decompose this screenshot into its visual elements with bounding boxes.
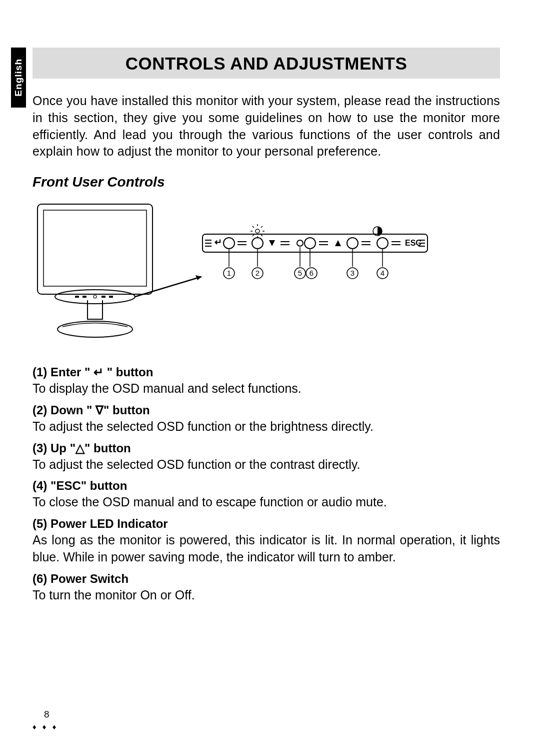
up-triangle-icon xyxy=(335,240,341,246)
svg-point-36 xyxy=(377,238,388,249)
item-3-desc: To adjust the selected OSD function or t… xyxy=(32,456,500,473)
enter-glyph: ↵ xyxy=(214,237,222,247)
intro-paragraph: Once you have installed this monitor wit… xyxy=(32,93,500,160)
item-5-title: (5) Power LED Indicator xyxy=(32,517,500,531)
svg-point-18 xyxy=(256,229,260,233)
item-1-title: (1) Enter " ↵ " button xyxy=(32,365,500,379)
title-bar: CONTROLS AND ADJUSTMENTS xyxy=(32,48,500,79)
svg-rect-6 xyxy=(102,296,106,298)
item-3-title: (3) Up "△" button xyxy=(32,441,500,455)
svg-rect-4 xyxy=(82,296,86,298)
item-6-desc: To turn the monitor On or Off. xyxy=(32,587,500,604)
item-2-desc: To adjust the selected OSD function or t… xyxy=(32,418,500,435)
item-1: (1) Enter " ↵ " button To display the OS… xyxy=(32,365,500,397)
svg-point-27 xyxy=(252,238,263,249)
item-4-title: (4) "ESC" button xyxy=(32,479,500,493)
item-2-title: (2) Down " ∇" button xyxy=(32,403,500,417)
svg-line-26 xyxy=(261,235,262,236)
power-switch-icon xyxy=(304,238,316,249)
monitor-diagram-svg: ↵ xyxy=(32,199,432,344)
subheading: Front User Controls xyxy=(32,174,500,190)
brightness-icon xyxy=(250,224,264,238)
svg-point-32 xyxy=(347,238,358,249)
svg-point-5 xyxy=(94,295,96,298)
item-1-desc: To display the OSD manual and select fun… xyxy=(32,380,500,397)
svg-line-25 xyxy=(252,235,254,236)
front-controls-figure: ↵ xyxy=(32,199,500,346)
item-4: (4) "ESC" button To close the OSD manual… xyxy=(32,479,500,511)
svg-line-23 xyxy=(252,226,254,228)
callout-5: 5 xyxy=(298,269,302,277)
callout-1: 1 xyxy=(227,269,231,277)
power-led-icon xyxy=(297,240,303,246)
item-6-title: (6) Power Switch xyxy=(32,572,500,586)
item-6: (6) Power Switch To turn the monitor On … xyxy=(32,572,500,604)
callout-4: 4 xyxy=(380,269,384,277)
svg-rect-0 xyxy=(38,204,152,294)
item-5-desc: As long as the monitor is powered, this … xyxy=(32,532,500,566)
svg-rect-3 xyxy=(75,296,79,298)
page-content: CONTROLS AND ADJUSTMENTS Once you have i… xyxy=(32,48,500,609)
footer-diamonds: ♦ ♦ ♦ xyxy=(32,722,58,731)
page-title: CONTROLS AND ADJUSTMENTS xyxy=(32,54,500,74)
language-tab-label: English xyxy=(13,59,24,97)
down-triangle-icon xyxy=(269,240,275,246)
item-4-desc: To close the OSD manual and to escape fu… xyxy=(32,494,500,511)
svg-line-9 xyxy=(135,277,202,297)
callout-3: 3 xyxy=(350,269,354,277)
page-number: 8 xyxy=(44,709,50,720)
callout-2: 2 xyxy=(256,269,260,277)
callout-6: 6 xyxy=(310,269,314,277)
svg-rect-7 xyxy=(109,296,113,298)
svg-rect-1 xyxy=(44,210,146,286)
item-2: (2) Down " ∇" button To adjust the selec… xyxy=(32,403,500,435)
contrast-icon xyxy=(373,227,382,236)
svg-point-8 xyxy=(58,321,132,337)
item-3: (3) Up "△" button To adjust the selected… xyxy=(32,441,500,473)
svg-point-15 xyxy=(224,238,234,249)
language-tab: English xyxy=(11,48,26,108)
item-5: (5) Power LED Indicator As long as the m… xyxy=(32,517,500,566)
svg-line-24 xyxy=(261,226,262,228)
